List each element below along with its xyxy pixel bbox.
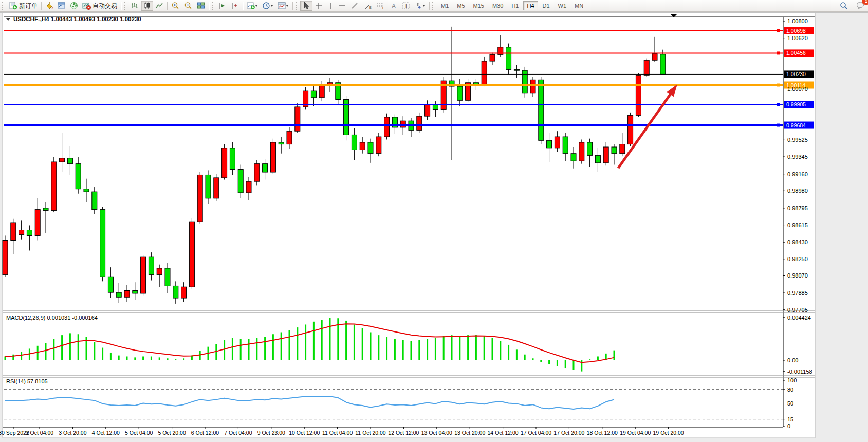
toolbar-grip[interactable] (432, 2, 435, 10)
text-label-tool-button[interactable]: T (400, 1, 412, 11)
rsi-tick-label: 15 (787, 416, 793, 422)
signal-button[interactable] (68, 1, 80, 11)
timeframe-m5-button[interactable]: M5 (453, 1, 468, 10)
timeframe-h4-button[interactable]: H4 (523, 1, 538, 10)
trendline-icon (350, 2, 359, 10)
chart-type-candles-button[interactable] (141, 1, 153, 11)
indicators-button[interactable] (245, 1, 260, 11)
time-tick-label: 13 Oct 20:00 (454, 430, 485, 436)
svg-text:T: T (404, 3, 408, 9)
autotrade-icon (82, 2, 91, 10)
macd-tick-label: 0.004424 (787, 315, 811, 321)
line-chart-icon (155, 2, 163, 10)
auto-scroll-button[interactable] (229, 1, 241, 11)
time-tick-label: 9 Oct 23:00 (257, 430, 285, 436)
autotrade-button[interactable]: 自动交易 (80, 1, 119, 11)
chart-type-bars-button[interactable] (128, 1, 141, 11)
separator (429, 2, 430, 10)
rsi-tick-label: 0 (787, 423, 790, 429)
horizontal-line-tool-button[interactable] (336, 1, 348, 11)
text-label-icon: T (402, 2, 410, 10)
zoom-in-button[interactable] (169, 1, 182, 11)
price-tick-label: 0.98430 (787, 239, 808, 245)
chart-type-line-button[interactable] (153, 1, 165, 11)
level-handle[interactable] (777, 84, 780, 87)
time-tick-label: 6 Oct 12:00 (191, 430, 219, 436)
time-tick-label: 17 Oct 20:00 (553, 430, 584, 436)
cursor-tool-button[interactable] (300, 1, 312, 11)
macd-label: MACD(12,26,9) 0.001031 -0.000164 (6, 315, 98, 321)
chart-canvas[interactable]: 1.006981.004561.002301.001140.999050.996… (0, 0, 868, 442)
new-order-button[interactable]: 新订单 (7, 1, 40, 11)
rsi-tick-label: 80 (787, 386, 793, 393)
styler-button[interactable] (43, 1, 56, 11)
timeframe-w1-button[interactable]: W1 (555, 1, 570, 10)
toolbar-grip[interactable] (124, 2, 126, 10)
price-tag-text: 1.00698 (786, 28, 806, 34)
toolbar-grip[interactable] (212, 2, 214, 10)
level-handle[interactable] (777, 124, 780, 127)
price-tag-text: 0.99905 (786, 101, 806, 107)
macd-tick-label: -0.001158 (787, 369, 812, 375)
zoom-out-button[interactable] (182, 1, 195, 11)
price-tick-label: 0.99345 (787, 154, 808, 160)
chart-shift-button[interactable] (216, 1, 229, 11)
price-tick-label: 1.00620 (787, 35, 808, 41)
level-handle[interactable] (777, 29, 780, 32)
timeframe-m30-button[interactable]: M30 (489, 1, 507, 10)
separator (243, 2, 243, 10)
level-handle[interactable] (777, 103, 780, 106)
timeframe-h1-button[interactable]: H1 (508, 1, 522, 10)
time-tick-label: 3 Oct 04:00 (26, 430, 53, 436)
rsi-tick-label: 100 (787, 377, 797, 383)
price-tick-label: 0.98070 (787, 272, 808, 279)
price-tick-label: 0.99160 (787, 171, 808, 177)
price-tick-label: 1.00800 (787, 18, 808, 24)
toolbar-grip[interactable] (2, 2, 5, 10)
timeframe-m1-button[interactable]: M1 (437, 1, 452, 10)
price-tag-text: 1.00230 (786, 71, 806, 77)
signal-icon (70, 2, 78, 10)
tile-windows-button[interactable] (195, 1, 207, 11)
text-tool-button[interactable]: A (387, 1, 400, 11)
separator (41, 2, 42, 10)
new-order-label: 新订单 (19, 2, 38, 10)
crosshair-icon (315, 2, 323, 10)
time-tick-label: 17 Oct 04:00 (521, 430, 551, 436)
time-tick-label: 13 Oct 04:00 (421, 430, 452, 436)
cursor-icon (302, 2, 310, 10)
separator (167, 2, 168, 10)
svg-text:E: E (369, 6, 372, 9)
vertical-line-tool-button[interactable] (325, 1, 336, 11)
timeframe-d1-button[interactable]: D1 (539, 1, 553, 10)
price-tick-label: 0.98795 (787, 205, 808, 211)
tile-windows-icon (197, 2, 205, 10)
time-tick-label: 18 Oct 12:00 (587, 430, 618, 436)
svg-text:F: F (382, 6, 384, 10)
periods-button[interactable] (260, 1, 275, 11)
time-tick-label: 11 Oct 20:00 (355, 430, 386, 436)
crosshair-tool-button[interactable] (312, 1, 325, 11)
arrows-tool-button[interactable] (412, 1, 428, 11)
level-handle[interactable] (777, 51, 780, 54)
candlestick-chart-icon (143, 2, 151, 10)
timeframe-m15-button[interactable]: M15 (470, 1, 488, 10)
add-indicator-icon (247, 2, 258, 10)
chart-window-button[interactable] (56, 1, 68, 11)
time-tick-label: 7 Oct 04:00 (224, 430, 252, 436)
fibonacci-tool-button[interactable]: F (374, 1, 387, 11)
trendline-tool-button[interactable] (348, 1, 361, 11)
time-tick-label: 5 Oct 04:00 (125, 430, 153, 436)
price-tick-label: 0.97885 (787, 290, 808, 296)
toolbar-grip[interactable] (296, 2, 298, 10)
time-tick-label: 10 Oct 12:00 (289, 430, 320, 436)
timeframe-mn-button[interactable]: MN (571, 1, 587, 10)
price-tick-label: 1.00070 (787, 86, 808, 92)
templates-button[interactable] (275, 1, 291, 11)
search-icon (840, 2, 848, 10)
separator (121, 2, 121, 10)
notification-badge[interactable]: 1 (862, 0, 868, 5)
channel-tool-button[interactable]: E (361, 1, 374, 11)
chart-bg (3, 13, 815, 438)
search-button[interactable] (838, 1, 850, 11)
